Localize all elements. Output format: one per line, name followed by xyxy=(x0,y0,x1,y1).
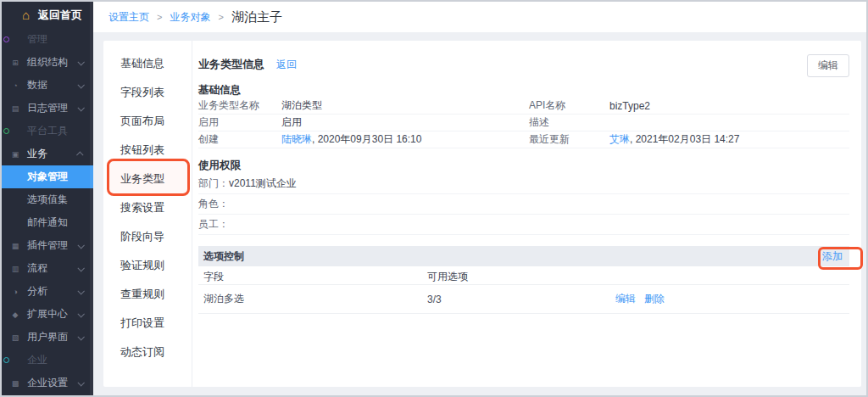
sidebar-item-label: 流程 xyxy=(27,261,47,276)
basic-info-grid: 业务类型名称 湖泊类型 API名称 bizType2 启用 启用 描述 创建 陆… xyxy=(198,98,849,148)
breadcrumb-separator: > xyxy=(157,12,162,22)
chevron-down-icon xyxy=(77,333,84,340)
sidebar-item-analytics[interactable]: ◑ 分析 xyxy=(2,280,93,303)
sidebar-item-plugin-management[interactable]: ▦ 插件管理 xyxy=(2,234,93,257)
sidebar-item-label: 邮件通知 xyxy=(27,215,68,230)
chevron-down-icon xyxy=(77,310,84,317)
chevron-down-icon xyxy=(77,104,84,111)
sidebar-item-extension-center[interactable]: ◆ 扩展中心 xyxy=(2,303,93,326)
sidebar: ⌂ 返回首页 管理 ⊞ 组织结构 ◔ 数据 ▤ 日志管理 平台工具 ▣ 业务 xyxy=(2,2,93,395)
sidebar-item-platform-tools[interactable]: 平台工具 xyxy=(2,120,93,143)
sidebar-item-enterprise[interactable]: 企业 xyxy=(2,349,93,372)
field-label: 业务类型名称 xyxy=(198,98,281,113)
delete-link[interactable]: 删除 xyxy=(644,292,665,306)
sidebar-item-log-management[interactable]: ▤ 日志管理 xyxy=(2,97,93,120)
sidebar-item-workflow[interactable]: ▥ 流程 xyxy=(2,257,93,280)
info-row: 业务类型名称 湖泊类型 API名称 bizType2 xyxy=(198,98,849,115)
chevron-down-icon xyxy=(77,242,84,249)
sidebar-item-label: 管理 xyxy=(27,32,47,47)
secondary-nav: 基础信息 字段列表 页面布局 按钮列表 业务类型 搜索设置 阶段向导 验证规则 … xyxy=(103,41,192,387)
section-heading-permissions: 使用权限 xyxy=(198,159,849,171)
tab-validation-rules[interactable]: 验证规则 xyxy=(103,251,192,280)
sidebar-home-label: 返回首页 xyxy=(38,8,82,23)
org-structure-icon: ⊞ xyxy=(8,59,22,67)
status-dot-icon xyxy=(3,357,9,363)
sidebar-item-user-interface[interactable]: ▧ 用户界面 xyxy=(2,326,93,349)
chevron-up-icon xyxy=(76,151,83,158)
data-icon: ◔ xyxy=(8,81,22,90)
plugin-icon: ▦ xyxy=(8,242,22,250)
sidebar-item-label: 分析 xyxy=(27,284,47,299)
tab-dedup-rules[interactable]: 查重规则 xyxy=(103,280,192,309)
tab-print-settings[interactable]: 打印设置 xyxy=(103,309,192,338)
sidebar-item-management[interactable]: 管理 xyxy=(2,28,93,51)
sidebar-item-label: 企业 xyxy=(27,353,47,367)
back-link[interactable]: 返回 xyxy=(276,58,297,72)
field-label: 描述 xyxy=(529,115,609,130)
field-value: 陆晓琳, 2020年09月30日 16:10 xyxy=(281,132,529,147)
info-row: 创建 陆晓琳, 2020年09月30日 16:10 最近更新 艾琳, 2021年… xyxy=(198,131,849,148)
option-table-header: 字段 可用选项 xyxy=(198,266,849,285)
sidebar-item-label: 业务 xyxy=(27,147,47,161)
section-heading-basic-info: 基础信息 xyxy=(198,83,849,95)
tab-page-layout[interactable]: 页面布局 xyxy=(103,107,192,136)
breadcrumb-business-object[interactable]: 业务对象 xyxy=(170,10,210,25)
updater-user-link[interactable]: 艾琳 xyxy=(609,133,630,145)
tab-feed-subscription[interactable]: 动态订阅 xyxy=(103,338,192,366)
permission-row-employee: 员工： xyxy=(198,215,849,235)
sidebar-item-label: 扩展中心 xyxy=(27,307,68,322)
tab-stage-wizard[interactable]: 阶段向导 xyxy=(103,222,192,251)
sidebar-item-data[interactable]: ◔ 数据 xyxy=(2,74,93,97)
tab-business-type[interactable]: 业务类型 xyxy=(103,165,192,193)
chevron-down-icon xyxy=(77,59,84,65)
sidebar-item-email-notification[interactable]: 邮件通知 xyxy=(2,211,93,234)
sidebar-item-object-management[interactable]: 对象管理 xyxy=(2,165,93,188)
option-control-bar: 选项控制 添加 xyxy=(198,246,849,266)
content-card: 基础信息 字段列表 页面布局 按钮列表 业务类型 搜索设置 阶段向导 验证规则 … xyxy=(103,41,861,387)
cell-options-count: 3/3 xyxy=(427,294,615,305)
edit-link[interactable]: 编辑 xyxy=(615,292,636,306)
app-window: ⌂ 返回首页 管理 ⊞ 组织结构 ◔ 数据 ▤ 日志管理 平台工具 ▣ 业务 xyxy=(0,0,868,397)
breadcrumb-settings-home[interactable]: 设置主页 xyxy=(108,10,149,25)
field-label: 最近更新 xyxy=(529,132,609,147)
created-time: , 2020年09月30日 16:10 xyxy=(312,133,421,145)
sidebar-item-label: 平台工具 xyxy=(27,124,68,138)
column-header-field: 字段 xyxy=(198,270,427,284)
table-row: 湖泊多选 3/3 编辑 删除 xyxy=(198,285,849,314)
extension-center-icon: ◆ xyxy=(8,310,22,319)
sidebar-item-label: 对象管理 xyxy=(27,170,68,184)
workflow-icon: ▥ xyxy=(8,265,22,273)
sidebar-home[interactable]: ⌂ 返回首页 xyxy=(2,2,93,28)
tab-basic-info[interactable]: 基础信息 xyxy=(103,49,192,78)
field-label: 角色： xyxy=(198,197,229,211)
sidebar-item-enterprise-settings[interactable]: ▩ 企业设置 xyxy=(2,372,93,394)
chevron-down-icon xyxy=(77,288,84,294)
field-label: 员工： xyxy=(198,217,229,232)
panel-title: 业务类型信息 xyxy=(198,57,264,72)
tab-field-list[interactable]: 字段列表 xyxy=(103,78,192,107)
sidebar-item-business[interactable]: ▣ 业务 xyxy=(2,143,93,165)
field-label: 启用 xyxy=(198,115,281,130)
sidebar-item-option-value-set[interactable]: 选项值集 xyxy=(2,188,93,211)
chevron-down-icon xyxy=(77,265,84,271)
log-management-icon: ▤ xyxy=(8,104,22,113)
tab-button-list[interactable]: 按钮列表 xyxy=(103,136,192,165)
add-link[interactable]: 添加 xyxy=(822,249,843,264)
permissions-list: 部门： v2011测试企业 角色： 员工： xyxy=(198,174,849,235)
creator-user-link[interactable]: 陆晓琳 xyxy=(281,133,312,145)
business-icon: ▣ xyxy=(8,150,22,159)
sidebar-item-label: 用户界面 xyxy=(27,330,68,344)
tab-search-settings[interactable]: 搜索设置 xyxy=(103,193,192,222)
status-dot-icon xyxy=(3,36,9,42)
permission-row-role: 角色： xyxy=(198,194,849,215)
field-value: 湖泊类型 xyxy=(281,98,529,113)
sidebar-item-label: 选项值集 xyxy=(27,193,68,207)
chevron-down-icon xyxy=(77,81,84,88)
sidebar-item-org-structure[interactable]: ⊞ 组织结构 xyxy=(2,51,93,74)
sidebar-item-label: 日志管理 xyxy=(27,101,68,115)
sidebar-item-label: 插件管理 xyxy=(27,238,68,253)
field-label: API名称 xyxy=(529,98,609,113)
permission-row-department: 部门： v2011测试企业 xyxy=(198,174,849,194)
edit-button[interactable]: 编辑 xyxy=(807,54,849,77)
status-dot-icon xyxy=(3,128,9,134)
